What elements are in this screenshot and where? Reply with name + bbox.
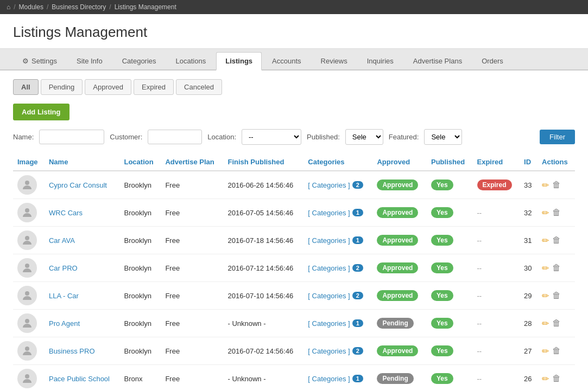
categories-count: 1 — [352, 319, 363, 327]
cell-location: Brooklyn — [119, 282, 161, 310]
cell-plan: Free — [161, 282, 223, 310]
featured-select[interactable]: Sele Yes No — [424, 129, 462, 145]
tab-advertise-plans[interactable]: Advertise Plans — [404, 52, 471, 69]
edit-icon[interactable]: ✏ — [542, 374, 549, 384]
tab-orders[interactable]: Orders — [472, 52, 513, 69]
published-select[interactable]: Sele Yes No — [345, 129, 383, 145]
tab-categories[interactable]: Categories — [113, 52, 166, 69]
cell-location: Brooklyn — [119, 310, 161, 337]
listing-name-link[interactable]: WRC Cars — [49, 209, 83, 217]
edit-icon[interactable]: ✏ — [542, 318, 549, 329]
listing-name-link[interactable]: Cypro Car Consult — [49, 181, 107, 189]
cell-plan: Free — [161, 171, 223, 199]
cell-plan: Free — [161, 337, 223, 365]
table-row: Business PRO Brooklyn Free 2016-07-02 14… — [13, 337, 575, 365]
tab-listings[interactable]: Listings — [216, 52, 262, 70]
col-location[interactable]: Location — [119, 153, 161, 171]
svg-point-5 — [25, 319, 29, 323]
edit-icon[interactable]: ✏ — [542, 291, 549, 301]
categories-link[interactable]: [ Categories ] — [308, 181, 350, 189]
col-approved[interactable]: Approved — [372, 153, 427, 171]
cell-plan: Free — [161, 254, 223, 282]
delete-icon[interactable]: 🗑 — [552, 291, 561, 300]
expired-dash: -- — [477, 292, 482, 300]
edit-icon[interactable]: ✏ — [542, 346, 549, 356]
categories-count: 2 — [352, 292, 363, 299]
table-row: Cypro Car Consult Brooklyn Free 2016-06-… — [13, 171, 575, 199]
published-badge: Yes — [431, 318, 453, 329]
col-id[interactable]: ID — [520, 153, 538, 171]
cell-name: WRC Cars — [45, 199, 120, 227]
tab-settings[interactable]: ⚙ Settings — [13, 52, 66, 69]
cell-finish-published: 2016-07-18 14:56:46 — [223, 227, 304, 254]
published-badge: Yes — [431, 180, 453, 190]
tab-site-info[interactable]: Site Info — [67, 52, 112, 69]
cell-published: Yes — [427, 365, 473, 392]
listing-name-link[interactable]: Business PRO — [49, 347, 95, 355]
col-name[interactable]: Name — [45, 153, 120, 171]
categories-link[interactable]: [ Categories ] — [308, 292, 350, 300]
delete-icon[interactable]: 🗑 — [552, 235, 561, 245]
col-plan[interactable]: Advertise Plan — [161, 153, 223, 171]
edit-icon[interactable]: ✏ — [542, 263, 549, 273]
listing-name-link[interactable]: Pace Public School — [49, 375, 110, 383]
edit-icon[interactable]: ✏ — [542, 180, 549, 190]
cell-image — [13, 310, 45, 337]
home-icon[interactable]: ⌂ — [7, 3, 10, 11]
tab-accounts[interactable]: Accounts — [263, 52, 310, 69]
expired-dash: -- — [477, 236, 482, 245]
cell-approved: Approved — [372, 337, 427, 365]
cell-id: 30 — [520, 254, 538, 282]
cell-actions: ✏ 🗑 — [538, 171, 575, 199]
tab-reviews[interactable]: Reviews — [312, 52, 357, 69]
delete-icon[interactable]: 🗑 — [552, 263, 561, 273]
svg-point-6 — [25, 347, 29, 351]
tab-inquiries[interactable]: Inquiries — [358, 52, 403, 69]
filter-btn-approved[interactable]: Approved — [85, 79, 131, 95]
tab-locations[interactable]: Locations — [167, 52, 216, 69]
listing-name-link[interactable]: LLA - Car — [49, 292, 79, 300]
cell-expired: -- — [473, 227, 520, 254]
filter-btn-expired[interactable]: Expired — [134, 79, 174, 95]
delete-icon[interactable]: 🗑 — [552, 374, 561, 383]
name-input[interactable] — [39, 130, 104, 144]
listing-name-link[interactable]: Pro Agent — [49, 319, 80, 328]
cell-expired: -- — [473, 282, 520, 310]
filter-btn-all[interactable]: All — [13, 79, 39, 95]
cell-name: LLA - Car — [45, 282, 120, 310]
categories-link[interactable]: [ Categories ] — [308, 209, 350, 217]
categories-link[interactable]: [ Categories ] — [308, 319, 350, 328]
filter-action-button[interactable]: Filter — [540, 130, 575, 144]
edit-icon[interactable]: ✏ — [542, 235, 549, 246]
categories-link[interactable]: [ Categories ] — [308, 347, 350, 355]
cell-approved: Approved — [372, 282, 427, 310]
location-select[interactable]: -- Brooklyn Bronx — [242, 129, 301, 145]
col-expired[interactable]: Expired — [473, 153, 520, 171]
breadcrumb-modules[interactable]: Modules — [19, 3, 43, 11]
delete-icon[interactable]: 🗑 — [552, 208, 561, 217]
cell-actions: ✏ 🗑 — [538, 227, 575, 254]
table-row: Pace Public School Bronx Free - Unknown … — [13, 365, 575, 392]
svg-point-0 — [25, 181, 29, 185]
breadcrumb-business-directory[interactable]: Business Directory — [52, 3, 106, 11]
customer-input[interactable] — [148, 130, 202, 144]
cell-published: Yes — [427, 310, 473, 337]
categories-link[interactable]: [ Categories ] — [308, 264, 350, 272]
col-actions: Actions — [538, 153, 575, 171]
filter-btn-pending[interactable]: Pending — [41, 79, 83, 95]
listing-name-link[interactable]: Car PRO — [49, 264, 78, 272]
edit-icon[interactable]: ✏ — [542, 208, 549, 218]
delete-icon[interactable]: 🗑 — [552, 318, 561, 328]
cell-published: Yes — [427, 254, 473, 282]
col-published[interactable]: Published — [427, 153, 473, 171]
listing-name-link[interactable]: Car AVA — [49, 236, 75, 245]
categories-link[interactable]: [ Categories ] — [308, 375, 350, 383]
filter-btn-canceled[interactable]: Canceled — [176, 79, 222, 95]
cell-approved: Approved — [372, 254, 427, 282]
categories-link[interactable]: [ Categories ] — [308, 236, 350, 245]
name-label: Name: — [13, 133, 34, 141]
add-listing-button[interactable]: Add Listing — [13, 104, 69, 120]
delete-icon[interactable]: 🗑 — [552, 346, 561, 356]
delete-icon[interactable]: 🗑 — [552, 180, 561, 190]
col-finish-published[interactable]: Finish Published — [223, 153, 304, 171]
